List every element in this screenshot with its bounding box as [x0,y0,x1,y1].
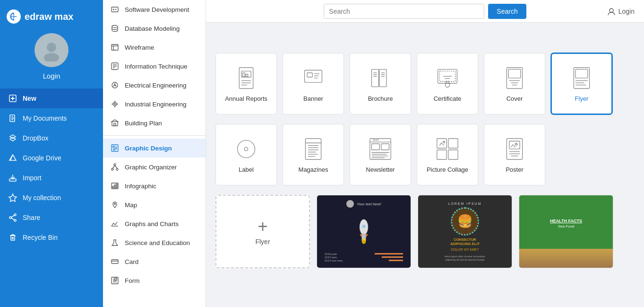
consectetur-text: CONSECTURADIPISCING ELIT [450,237,480,246]
sidebar-item-google-drive[interactable]: Google Drive [0,148,103,168]
health-title: HEALTH FACTS [550,219,582,223]
svg-point-135 [515,143,517,145]
menu-item-science-and-education[interactable]: Science and Education [103,233,206,252]
graphic-design-icon [110,143,120,153]
template-flyer[interactable]: Flyer [551,53,612,114]
health-sub: Sea Food [558,224,575,228]
wireframe-icon [110,42,120,53]
sidebar-item-import[interactable]: Import [0,168,103,188]
sidebar-nav: New My Documents DropBox [0,88,103,247]
svg-rect-60 [116,184,117,188]
menu-item-software-development[interactable]: Software Development [103,0,206,19]
new-flyer-plus-icon: + [258,218,267,235]
flyer-label: Flyer [575,95,589,102]
search-input[interactable] [324,4,484,19]
menu-graphic-design-label: Graphic Design [125,145,172,152]
burger-flyer-preview[interactable]: LOREM IPSUM 🍔 CONSECTURADIPISCING ELIT D… [418,195,512,268]
menu-infographic-label: Infographic [125,183,156,190]
template-newsletter[interactable]: NEWS Newsletter [350,124,411,185]
health-flyer-preview[interactable]: HEALTH FACTS Sea Food [519,195,613,268]
sidebar-item-my-collection[interactable]: My collection [0,188,103,208]
template-magazines[interactable]: Magazines [283,124,344,185]
certificate-icon [435,66,460,90]
sidebar-item-new[interactable]: New [0,88,103,108]
svg-point-39 [114,104,116,105]
svg-line-56 [115,166,117,168]
health-sand [519,249,613,268]
menu-item-industrial-engineering[interactable]: Industrial Engineering [103,95,206,114]
svg-rect-85 [379,69,386,87]
menu-item-graphs-and-charts[interactable]: Graphs and Charts [103,214,206,233]
menu-database-modeling-label: Database Modeling [125,25,180,32]
svg-rect-105 [575,69,588,78]
brochure-icon [368,66,393,90]
card-icon [110,256,120,267]
building-icon [110,118,120,128]
menu-item-form[interactable]: Form [103,271,206,290]
menu-item-wireframe[interactable]: Wireframe [103,38,206,57]
burger-circle: 🍔 [451,207,479,236]
plus-icon [8,93,18,104]
template-cover[interactable]: Cover [484,53,545,114]
sidebar-item-google-drive-label: Google Drive [23,154,61,162]
menu-graphic-organizer-label: Graphic Organizer [125,164,177,171]
menu-item-building-plan[interactable]: Building Plan [103,114,206,132]
template-banner[interactable]: Banner [283,53,344,114]
dolor-text: DOLOR SIT AMET [451,248,479,251]
label-icon [234,137,258,161]
login-button[interactable]: Login [607,7,635,16]
software-icon [110,4,120,15]
template-label[interactable]: Label [215,124,277,185]
search-button[interactable]: Search [488,4,526,19]
industrial-icon [110,99,120,109]
sidebar-item-import-label: Import [23,174,42,182]
space-flyer-preview[interactable]: Your text here! 2016 pain [317,195,411,268]
preview-section: + Flyer Your text here! [215,195,635,268]
svg-rect-29 [112,44,118,50]
graphic-organizer-icon [110,162,120,172]
template-certificate[interactable]: Certificate [417,53,478,114]
menu-item-graphic-organizer[interactable]: Graphic Organizer [103,158,206,176]
template-annual-reports[interactable]: Annual Reports [215,53,277,114]
picture-collage-label: Picture Collage [427,166,468,173]
app-logo: edraw max [0,9,73,24]
menu-item-graphic-design[interactable]: Graphic Design [103,139,206,158]
menu-form-label: Form [125,277,140,284]
banner-label: Banner [303,95,323,102]
star-icon [8,193,18,203]
svg-marker-15 [9,194,17,202]
sidebar-item-recycle-bin-label: Recycle Bin [23,234,58,241]
menu-item-electrical-engineering[interactable]: Electrical Engineering [103,76,206,95]
sidebar-item-my-documents-label: My Documents [23,114,67,122]
annual-reports-label: Annual Reports [225,95,267,102]
new-flyer-card[interactable]: + Flyer [215,195,310,268]
login-label: Login [618,8,635,15]
template-picture-collage[interactable]: Picture Collage [417,124,478,185]
template-category-grid: Annual Reports Banner [215,53,635,114]
menu-wireframe-label: Wireframe [125,44,154,51]
label-label: Label [239,166,254,173]
sidebar-item-dropbox[interactable]: DropBox [0,128,103,148]
burger-flyer-bg: LOREM IPSUM 🍔 CONSECTURADIPISCING ELIT D… [418,195,512,268]
annual-reports-icon [234,66,258,90]
svg-point-18 [9,217,11,219]
sidebar-item-my-documents[interactable]: My Documents [0,108,103,128]
svg-point-0 [47,43,56,52]
magazines-label: Magazines [299,166,328,173]
sidebar-login-label[interactable]: Login [43,72,60,80]
svg-point-109 [238,140,255,158]
menu-item-map[interactable]: Map [103,195,206,214]
sidebar-item-share[interactable]: Share [0,208,103,228]
template-poster[interactable]: Poster [484,124,545,185]
sidebar-item-new-label: New [23,95,36,102]
new-flyer-label: Flyer [255,238,270,246]
menu-item-infographic[interactable]: Infographic [103,176,206,195]
menu-item-information-technique[interactable]: Information Technique [103,57,206,76]
menu-item-database-modeling[interactable]: Database Modeling [103,19,206,38]
menu-item-card[interactable]: Card [103,252,206,271]
sidebar-item-recycle-bin[interactable]: Recycle Bin [0,228,103,247]
template-brochure[interactable]: Brochure [350,53,411,114]
cover-label: Cover [507,95,523,102]
svg-rect-70 [115,278,117,280]
menu-graphs-and-charts-label: Graphs and Charts [125,220,179,228]
